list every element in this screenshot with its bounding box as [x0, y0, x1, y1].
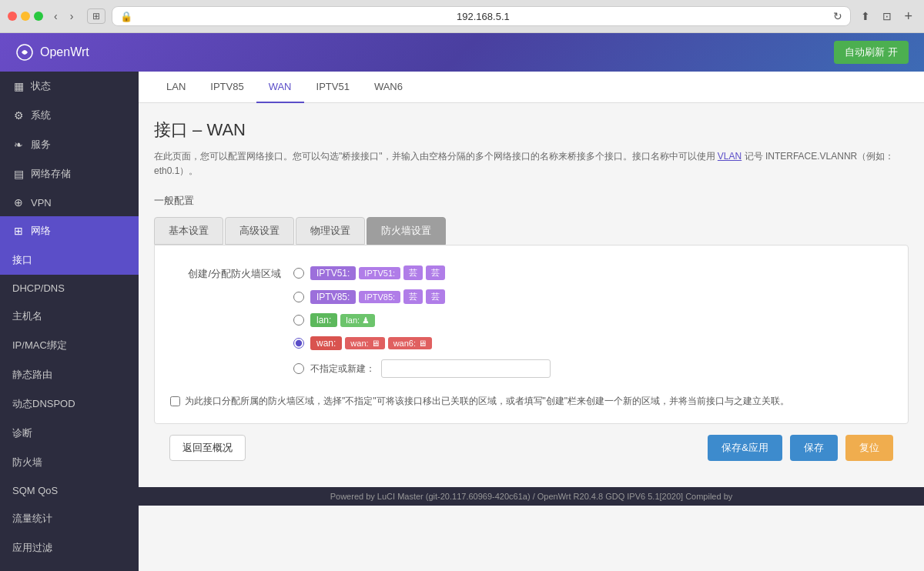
- sidebar-item-flow-stats[interactable]: 流量统计: [0, 504, 139, 533]
- page-content: 接口 – WAN 在此页面，您可以配置网络接口。您可以勾选"桥接接口"，并输入由…: [139, 103, 924, 487]
- main-layout: ▦ 状态 ⚙ 系统 ❧ 服务 ▤ 网络存储 ⊕ VPN ⊞ 网络: [0, 72, 924, 571]
- save-button[interactable]: 保存: [790, 435, 838, 461]
- sidebar-item-hostname[interactable]: 主机名: [0, 302, 139, 331]
- bottom-bar: 返回至概况 保存&应用 保存 复位: [154, 424, 909, 472]
- sidebar-item-eqos[interactable]: EQoS: [0, 563, 139, 571]
- firewall-zone-label: 创建/分配防火墙区域: [170, 261, 293, 281]
- back-nav-button[interactable]: ‹: [49, 8, 62, 24]
- sidebar-label-dynamic-dnspod: 动态DNSPOD: [12, 397, 75, 411]
- fw-notice-checkbox[interactable]: [170, 396, 180, 406]
- tag-iptv85-2: 芸: [403, 289, 423, 304]
- unspecified-label: 不指定或新建：: [310, 362, 375, 376]
- footer: Powered by LuCI Master (git-20.117.60969…: [139, 487, 924, 506]
- radio-option-iptv51: IPTV51: IPTV51: 芸 芸: [293, 261, 892, 285]
- tab-wan6[interactable]: WAN6: [362, 72, 415, 103]
- openwrt-logo-icon: [15, 43, 34, 62]
- sidebar-label-firewall: 防火墙: [12, 456, 42, 469]
- browser-actions: ⬆ ⊡ +: [857, 7, 916, 26]
- sidebar: ▦ 状态 ⚙ 系统 ❧ 服务 ▤ 网络存储 ⊕ VPN ⊞ 网络: [0, 72, 139, 571]
- zone-tag-iptv85: IPTV85:: [310, 290, 356, 304]
- new-zone-input[interactable]: [381, 359, 551, 378]
- sidebar-item-dhcp-dns[interactable]: DHCP/DNS: [0, 275, 139, 302]
- zone-tag-lan: lan:: [310, 313, 337, 327]
- content-area: LAN IPTV85 WAN IPTV51 WAN6 接口 – WAN 在此页面…: [139, 72, 924, 571]
- sub-tab-basic[interactable]: 基本设置: [154, 217, 223, 245]
- forward-nav-button[interactable]: ›: [65, 8, 79, 24]
- firewall-notice: 为此接口分配所属的防火墙区域，选择"不指定"可将该接口移出已关联的区域，或者填写…: [170, 395, 892, 408]
- bookmark-button[interactable]: ⊡: [879, 7, 896, 26]
- sub-tabs: 基本设置 高级设置 物理设置 防火墙设置: [154, 217, 909, 245]
- sidebar-label-services: 服务: [31, 138, 51, 152]
- address-bar[interactable]: [139, 11, 827, 22]
- network-storage-icon: ▤: [12, 168, 25, 180]
- sidebar-item-status[interactable]: ▦ 状态: [0, 72, 139, 101]
- radio-wan[interactable]: [293, 338, 304, 349]
- sidebar-item-vpn[interactable]: ⊕ VPN: [0, 189, 139, 216]
- sidebar-item-ip-mac[interactable]: IP/MAC绑定: [0, 331, 139, 360]
- sidebar-item-dynamic-dnspod[interactable]: 动态DNSPOD: [0, 389, 139, 419]
- sidebar-label-app-filter: 应用过滤: [12, 541, 52, 555]
- sub-tab-firewall[interactable]: 防火墙设置: [367, 217, 446, 245]
- radio-iptv85[interactable]: [293, 292, 304, 302]
- unspecified-row: 不指定或新建：: [310, 359, 551, 378]
- sidebar-item-diagnostics[interactable]: 诊断: [0, 419, 139, 448]
- tab-iptv85[interactable]: IPTV85: [198, 72, 256, 103]
- logo-text: OpenWrt: [40, 45, 89, 59]
- sidebar-item-services[interactable]: ❧ 服务: [0, 130, 139, 159]
- vpn-icon: ⊕: [12, 196, 25, 209]
- radio-option-wan: wan: wan: 🖥 wan6: 🖥: [293, 332, 892, 355]
- tag-iptv51-2: 芸: [403, 265, 423, 280]
- radio-option-unspecified: 不指定或新建：: [293, 355, 892, 382]
- radio-option-iptv85: IPTV85: IPTV85: 芸 芸: [293, 285, 892, 309]
- sidebar-item-static-routes[interactable]: 静态路由: [0, 360, 139, 389]
- tag-iptv85-1: IPTV85:: [359, 291, 400, 303]
- radio-iptv51[interactable]: [293, 268, 304, 279]
- save-apply-button[interactable]: 保存&应用: [708, 435, 782, 461]
- minimize-button[interactable]: [21, 12, 30, 21]
- sidebar-item-app-filter[interactable]: 应用过滤: [0, 533, 139, 563]
- lock-icon: 🔒: [120, 11, 132, 22]
- sub-tab-physical[interactable]: 物理设置: [296, 217, 365, 245]
- sidebar-label-system: 系统: [31, 109, 51, 122]
- sidebar-item-system[interactable]: ⚙ 系统: [0, 101, 139, 130]
- close-button[interactable]: [8, 12, 17, 21]
- logo: OpenWrt: [15, 43, 89, 62]
- sidebar-label-network-storage: 网络存储: [31, 167, 71, 181]
- vlan-link[interactable]: VLAN: [718, 151, 742, 162]
- sidebar-label-network: 网络: [31, 224, 51, 238]
- reset-button[interactable]: 复位: [845, 435, 893, 461]
- interface-tabs-bar: LAN IPTV85 WAN IPTV51 WAN6: [139, 72, 924, 103]
- page-title: 接口 – WAN: [154, 119, 909, 142]
- auto-refresh-button[interactable]: 自动刷新 开: [834, 41, 909, 64]
- zone-tag-wan: wan:: [310, 336, 342, 350]
- sidebar-item-network[interactable]: ⊞ 网络: [0, 216, 139, 245]
- tag-iptv51-3: 芸: [426, 265, 445, 280]
- tab-iptv51[interactable]: IPTV51: [304, 72, 362, 103]
- network-icon: ⊞: [12, 225, 25, 237]
- section-title: 一般配置: [154, 194, 909, 208]
- sidebar-item-firewall[interactable]: 防火墙: [0, 448, 139, 477]
- sidebar-item-sqm-qos[interactable]: SQM QoS: [0, 477, 139, 504]
- tag-wan-1: wan: 🖥: [345, 337, 384, 349]
- maximize-button[interactable]: [34, 12, 43, 21]
- footer-text: Powered by LuCI Master (git-20.117.60969…: [330, 492, 733, 501]
- firewall-zone-options: IPTV51: IPTV51: 芸 芸 IPTV85:: [293, 261, 892, 382]
- sub-tab-advanced[interactable]: 高级设置: [225, 217, 294, 245]
- zone-tag-iptv51: IPTV51:: [310, 266, 356, 280]
- reload-button[interactable]: ↻: [833, 10, 842, 22]
- nav-buttons: ‹ ›: [49, 8, 78, 24]
- address-bar-wrapper: 🔒 ↻: [112, 6, 851, 26]
- browser-chrome: ‹ › ⊞ 🔒 ↻ ⬆ ⊡ +: [0, 0, 924, 33]
- sidebar-item-interface[interactable]: 接口: [0, 245, 139, 275]
- back-to-overview-button[interactable]: 返回至概况: [169, 435, 246, 461]
- sidebar-label-flow-stats: 流量统计: [12, 512, 52, 526]
- window-tile-button[interactable]: ⊞: [87, 8, 105, 24]
- radio-lan[interactable]: [293, 315, 304, 326]
- tab-wan[interactable]: WAN: [256, 72, 304, 103]
- radio-unspecified[interactable]: [293, 363, 304, 374]
- fw-notice-text: 为此接口分配所属的防火墙区域，选择"不指定"可将该接口移出已关联的区域，或者填写…: [185, 395, 789, 408]
- share-button[interactable]: ⬆: [857, 7, 874, 26]
- new-tab-button[interactable]: +: [900, 7, 916, 26]
- sidebar-item-network-storage[interactable]: ▤ 网络存储: [0, 159, 139, 189]
- tab-lan[interactable]: LAN: [154, 72, 198, 103]
